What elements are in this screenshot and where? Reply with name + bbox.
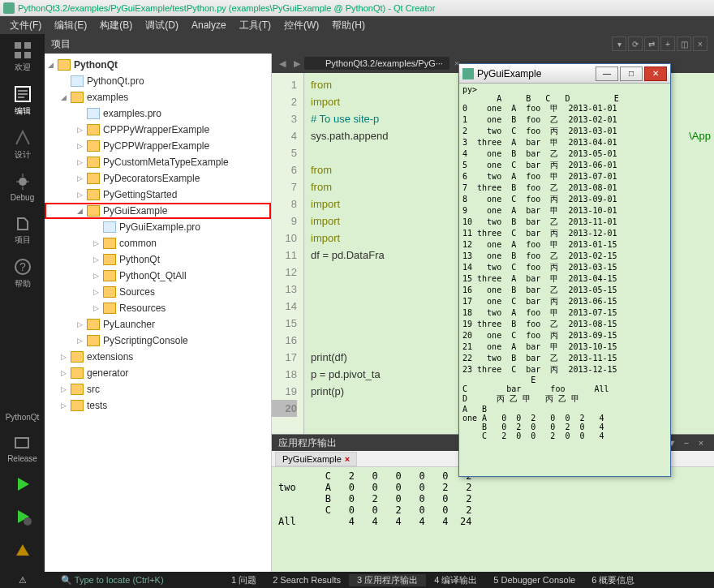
mode-design[interactable]: 设计 — [13, 128, 32, 161]
tree-file[interactable]: examples.pro — [103, 108, 161, 119]
output-min-icon[interactable]: − — [680, 436, 693, 449]
tree-folder-examples[interactable]: examples — [87, 92, 128, 103]
svg-point-16 — [24, 517, 32, 526]
close-pane-icon[interactable]: × — [693, 36, 708, 51]
menu-debug[interactable]: 调试(D) — [139, 19, 185, 32]
filter-icon[interactable]: ▾ — [612, 36, 626, 51]
line-gutter: 1234567891011121314151617181920 — [272, 73, 304, 434]
tree-folder[interactable]: PyScriptingConsole — [103, 335, 188, 346]
tree-file[interactable]: PyGuiExample.pro — [119, 221, 200, 233]
mode-welcome[interactable]: 欢迎 — [13, 41, 32, 73]
nav-fwd-icon[interactable]: ▶ — [290, 58, 304, 69]
popup-console[interactable]: py> A B C D E 0 one A foo 甲 2013-01-01 1… — [459, 84, 670, 476]
svg-rect-1 — [24, 42, 31, 49]
project-pane-header: 项目 ▾ ⟳ ⇄ + ◫ × — [45, 34, 714, 54]
svg-rect-0 — [15, 42, 21, 49]
pyguiexample-window[interactable]: PyGuiExample — □ ✕ py> A B C D E 0 one A… — [458, 63, 671, 477]
tree-folder[interactable]: common — [119, 238, 157, 249]
link-icon[interactable]: ⇄ — [644, 36, 659, 51]
tree-folder[interactable]: PyGettingStarted — [103, 189, 177, 200]
mode-sidebar: 欢迎 编辑 设计 Debug 项目 ?帮助 PythonQt Release — [0, 34, 45, 572]
split-icon[interactable]: ◫ — [677, 36, 691, 51]
svg-text:?: ? — [19, 260, 26, 273]
statusbar-issues[interactable]: 1 问题 — [223, 574, 265, 586]
menu-widgets[interactable]: 控件(W) — [277, 19, 325, 32]
svg-rect-15 — [15, 438, 28, 448]
project-pane-title: 项目 — [51, 37, 71, 51]
output-tab-close-icon[interactable]: × — [345, 454, 350, 464]
menu-edit[interactable]: 编辑(E) — [48, 19, 93, 32]
add-icon[interactable]: + — [660, 36, 675, 51]
popup-app-icon — [462, 68, 474, 79]
svg-rect-3 — [24, 52, 31, 58]
svg-point-8 — [19, 178, 27, 186]
output-close-icon[interactable]: × — [695, 436, 708, 449]
tree-folder[interactable]: tests — [87, 400, 107, 411]
build-button[interactable] — [13, 539, 32, 560]
tree-folder[interactable]: src — [87, 384, 100, 395]
window-titlebar: PythonQt3.2/examples/PyGuiExample/testPy… — [0, 0, 714, 16]
tree-folder[interactable]: Sources — [119, 286, 155, 298]
tree-folder[interactable]: PyCustomMetaTypeExample — [103, 157, 229, 168]
kit-selector[interactable]: PythonQt — [6, 413, 40, 422]
locator-input[interactable]: 🔍 Type to locate (Ctrl+K) — [45, 575, 223, 586]
nav-back-icon[interactable]: ◀ — [275, 58, 290, 69]
popup-close-button[interactable]: ✕ — [644, 67, 667, 81]
mode-debug[interactable]: Debug — [11, 172, 34, 202]
project-tree[interactable]: ◢PythonQt PythonQt.pro ◢examples example… — [45, 54, 272, 572]
tree-folder[interactable]: PyDecoratorsExample — [103, 173, 200, 184]
menu-help[interactable]: 帮助(H) — [325, 19, 372, 32]
tree-folder[interactable]: Resources — [119, 303, 166, 314]
menu-build[interactable]: 构建(B) — [93, 19, 139, 32]
popup-minimize-button[interactable]: — — [596, 67, 618, 81]
tree-folder[interactable]: PyCPPWrapperExample — [103, 140, 209, 152]
menubar: 文件(F) 编辑(E) 构建(B) 调试(D) Analyze 工具(T) 控件… — [0, 16, 714, 34]
tree-folder[interactable]: PyLauncher — [103, 319, 155, 330]
mode-edit[interactable]: 编辑 — [13, 84, 32, 117]
mode-projects[interactable]: 项目 — [13, 213, 32, 246]
debug-run-button[interactable] — [13, 507, 32, 528]
tree-folder[interactable]: extensions — [87, 351, 133, 363]
output-pane-title: 应用程序输出 — [278, 436, 337, 450]
popup-titlebar[interactable]: PyGuiExample — □ ✕ — [459, 64, 670, 84]
app-logo-icon — [3, 2, 15, 14]
tree-root[interactable]: PythonQt — [74, 59, 118, 71]
build-config[interactable]: Release — [7, 433, 37, 463]
output-tab-pyguiexample[interactable]: PyGuiExample × — [275, 452, 357, 466]
tree-folder[interactable]: generator — [87, 367, 128, 379]
menu-file[interactable]: 文件(F) — [3, 19, 48, 32]
status-bar: ⚠ 🔍 Type to locate (Ctrl+K) 1 问题 2 Searc… — [0, 572, 714, 588]
tree-folder-pyguiexample[interactable]: PyGuiExample — [103, 205, 167, 217]
run-button[interactable] — [13, 474, 32, 496]
status-warning-icon[interactable]: ⚠ — [0, 575, 45, 586]
statusbar-debugger[interactable]: 5 Debugger Console — [485, 575, 583, 585]
tree-folder[interactable]: CPPPyWrapperExample — [103, 124, 209, 135]
statusbar-appoutput[interactable]: 3 应用程序输出 — [349, 574, 426, 586]
tree-folder[interactable]: PythonQt — [119, 254, 160, 265]
statusbar-search[interactable]: 2 Search Results — [265, 575, 349, 585]
file-path-crumb[interactable]: PythonQt3.2/examples/PyG··· — [304, 57, 449, 70]
statusbar-general[interactable]: 6 概要信息 — [583, 574, 643, 586]
popup-title: PyGuiExample — [477, 68, 541, 79]
mode-help[interactable]: ?帮助 — [13, 257, 32, 290]
popup-maximize-button[interactable]: □ — [620, 67, 643, 81]
menu-tools[interactable]: 工具(T) — [233, 19, 277, 32]
svg-rect-2 — [15, 52, 21, 58]
tree-file[interactable]: PythonQt.pro — [87, 75, 144, 87]
output-body[interactable]: C 2 0 0 0 0 2 two A 0 0 0 0 2 2 B 0 2 0 … — [272, 467, 714, 572]
tree-folder[interactable]: PythonQt_QtAll — [119, 270, 187, 281]
statusbar-compile[interactable]: 4 编译输出 — [426, 574, 485, 586]
sync-icon[interactable]: ⟳ — [628, 36, 643, 51]
menu-analyze[interactable]: Analyze — [185, 19, 233, 31]
window-title: PythonQt3.2/examples/PyGuiExample/testPy… — [18, 3, 435, 13]
